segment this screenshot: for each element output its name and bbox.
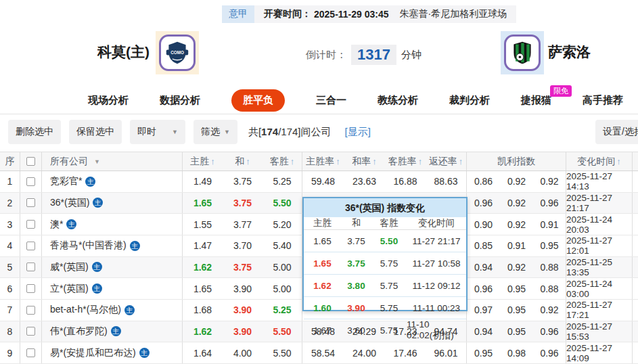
popup-odds-cell: 3.75 <box>341 230 371 252</box>
popup-odds-cell: 5.75 <box>371 297 407 319</box>
home-marker-icon: 主 <box>92 262 102 272</box>
keep-selected-button[interactable]: 保留选中 <box>69 120 122 144</box>
tab-3[interactable]: 胜平负 <box>231 89 285 112</box>
kelly-cell: 0.98 <box>500 342 533 363</box>
col-away-odds[interactable]: 客胜↑ <box>263 152 302 170</box>
company-cell[interactable]: 易*(安提瓜和巴布达)主 <box>42 342 183 363</box>
kelly-cell: 0.92 <box>500 257 533 278</box>
kelly-cell: 0.95 <box>500 278 533 299</box>
row-checkbox[interactable] <box>26 284 35 293</box>
row-checkbox[interactable] <box>26 198 35 207</box>
countdown-label: 倒计时： <box>306 49 346 62</box>
row-checkbox-cell <box>20 193 42 214</box>
svg-text:COMO: COMO <box>170 50 184 55</box>
tab-8[interactable]: 高手推荐 <box>583 94 623 107</box>
kelly-cell: 0.92 <box>533 300 566 321</box>
company-cell[interactable]: 伟*(直布罗陀)主 <box>42 321 183 342</box>
popup-title: 36*(英国) 指数变化 <box>304 198 466 217</box>
tab-6[interactable]: 裁判分析 <box>449 94 490 107</box>
row-index: 1 <box>0 171 20 192</box>
col-home-rate[interactable]: 主胜率↑ <box>302 152 344 170</box>
popup-rows: 1.653.755.5011-27 21:171.653.755.7511-27… <box>304 230 466 342</box>
live-dropdown[interactable]: 即时 ▼ <box>130 120 185 144</box>
row-checkbox[interactable] <box>26 263 35 271</box>
tab-5[interactable]: 教练分析 <box>378 94 418 107</box>
row-checkbox-cell <box>20 214 42 235</box>
odds-cell: 3.75 <box>223 193 263 214</box>
kelly-cell: 0.92 <box>500 214 533 235</box>
show-link[interactable]: [显示] <box>345 126 371 139</box>
row-checkbox-cell <box>20 342 42 363</box>
row-checkbox-cell <box>20 300 42 321</box>
company-cell[interactable]: 香港马*(中国香港)主 <box>42 235 183 256</box>
col-draw-rate[interactable]: 和率↑ <box>344 152 385 170</box>
company-cell[interactable]: 36*(英国)主 <box>42 193 183 214</box>
kelly-cell: 0.96 <box>533 342 566 363</box>
rate-cell: 88.63 <box>426 171 467 192</box>
row-checkbox[interactable] <box>26 177 35 186</box>
row-checkbox[interactable] <box>26 220 35 229</box>
popup-odds-cell: 5.50 <box>371 230 407 252</box>
odds-cell: 3.90 <box>223 321 263 342</box>
row-index: 2 <box>0 193 20 214</box>
settings-button[interactable]: 设置/选择 <box>595 120 638 144</box>
company-cell[interactable]: 威*(英国)主 <box>42 257 183 278</box>
row-checkbox[interactable] <box>26 327 35 336</box>
tab-2[interactable]: 数据分析 <box>160 94 200 107</box>
col-home-odds[interactable]: 主胜↑ <box>183 152 223 170</box>
rate-cell: 23.63 <box>344 171 385 192</box>
sassuolo-crest-icon <box>504 35 541 71</box>
row-checkbox-cell <box>20 235 42 256</box>
spacer-cell <box>633 342 638 363</box>
table-row: 9易*(安提瓜和巴布达)主1.644.005.5058.5424.0017.46… <box>0 342 638 364</box>
row-checkbox[interactable] <box>26 306 35 315</box>
delete-selected-button[interactable]: 删除选中 <box>8 120 61 144</box>
row-checkbox[interactable] <box>26 348 35 357</box>
col-draw-odds[interactable]: 和↑ <box>223 152 263 170</box>
odds-cell: 1.65 <box>183 278 223 299</box>
tab-4[interactable]: 三合一 <box>316 94 346 107</box>
col-away-rate[interactable]: 客胜率↑ <box>385 152 426 170</box>
sort-asc-icon: ↑ <box>372 156 377 166</box>
col-change-time[interactable]: 变化时间↑ <box>566 152 633 170</box>
kelly-cell: 0.97 <box>467 300 500 321</box>
spacer-cell <box>633 321 638 342</box>
row-index: 8 <box>0 321 20 342</box>
col-return-rate[interactable]: 返还率↑ <box>426 152 467 170</box>
company-cell[interactable]: 竞彩官*主 <box>42 171 183 192</box>
company-filter-icon[interactable]: ▼ <box>94 158 100 165</box>
popup-time-cell: 11-27 21:17 <box>407 230 466 252</box>
odds-cell: 5.00 <box>263 257 302 278</box>
company-name: 伟*(直布罗陀) <box>50 325 108 338</box>
rate-cell: 16.88 <box>385 171 426 192</box>
kelly-cell: 0.94 <box>467 321 500 342</box>
chevron-down-icon: ▼ <box>224 129 230 135</box>
odds-cell: 3.75 <box>223 257 263 278</box>
limited-free-badge: 限免 <box>550 85 572 97</box>
odds-cell: 5.50 <box>263 193 302 214</box>
kelly-cell: 0.91 <box>500 235 533 256</box>
home-marker-icon: 主 <box>139 348 150 358</box>
row-checkbox-cell <box>20 257 42 278</box>
filter-dropdown[interactable]: 筛选 ▼ <box>193 120 237 144</box>
tab-7[interactable]: 捷报猫限免 <box>521 94 551 107</box>
company-cell[interactable]: 立*(英国)主 <box>42 278 183 299</box>
odds-cell: 1.64 <box>183 342 223 363</box>
company-cell[interactable]: bet-at-h*(马尔他)主 <box>42 300 183 321</box>
row-index: 9 <box>0 342 20 363</box>
odds-cell: 5.50 <box>263 342 302 363</box>
odds-cell: 3.75 <box>223 171 263 192</box>
select-all-checkbox[interactable] <box>26 157 35 166</box>
odds-cell: 5.40 <box>263 235 302 256</box>
popup-odds-cell: 1.65 <box>304 252 341 274</box>
popup-odds-cell: 1.65 <box>304 230 341 252</box>
row-checkbox[interactable] <box>26 242 35 250</box>
col-company[interactable]: 所有公司 ▼ <box>42 152 183 170</box>
odds-cell: 5.50 <box>263 321 302 342</box>
odds-cell: 5.25 <box>263 300 302 321</box>
kelly-cell: 0.92 <box>533 171 566 192</box>
tab-1[interactable]: 现场分析 <box>88 94 129 107</box>
table-header: 序 所有公司 ▼ 主胜↑ 和↑ 客胜↑ 主胜率↑ 和率↑ 客胜率↑ 返还率↑ 凯… <box>0 152 638 171</box>
company-name: 香港马*(中国香港) <box>50 240 127 252</box>
company-cell[interactable]: 澳*主 <box>42 214 183 235</box>
